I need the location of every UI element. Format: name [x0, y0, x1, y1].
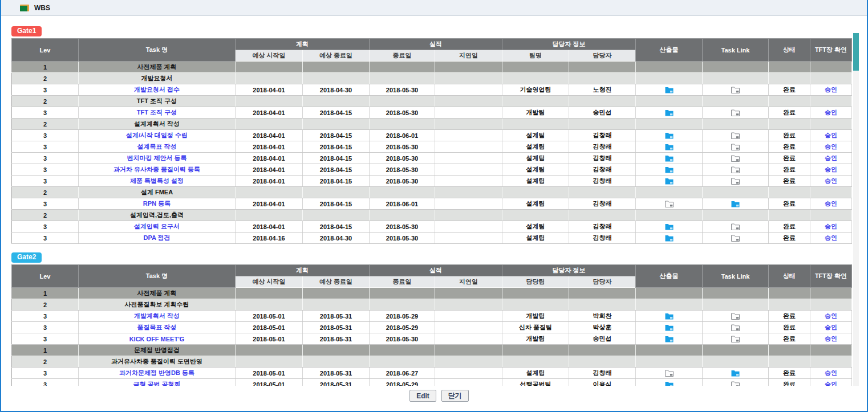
- approve-link[interactable]: 승인: [825, 312, 837, 319]
- approve-link[interactable]: 승인: [825, 381, 837, 386]
- approve-link[interactable]: 승인: [825, 143, 837, 150]
- lev-cell: 3: [12, 322, 79, 333]
- task-name-link[interactable]: 과거차문제점 반영DB 등록: [119, 369, 194, 376]
- deliverable-blue-folder-icon[interactable]: [665, 87, 674, 93]
- tft-confirm-cell: [810, 356, 852, 368]
- plan-end-cell: [303, 356, 370, 368]
- owner-cell: 송민섭: [569, 107, 636, 119]
- deliverable-blue-folder-icon[interactable]: [665, 313, 674, 320]
- deliverable-cell: [636, 176, 703, 187]
- plan-end-cell: 2018-05-31: [303, 333, 370, 345]
- task-link-gray-folder-icon[interactable]: [731, 87, 740, 93]
- approve-link[interactable]: 승인: [825, 324, 837, 331]
- approve-link[interactable]: 승인: [825, 109, 837, 116]
- task-name-link[interactable]: 개발요청서 접수: [134, 86, 180, 93]
- task-link-gray-folder-icon[interactable]: [731, 132, 740, 139]
- actual-end-cell: 2018-05-29: [370, 379, 435, 386]
- deliverable-blue-folder-icon[interactable]: [665, 178, 674, 185]
- approve-link[interactable]: 승인: [825, 223, 837, 230]
- task-name-link[interactable]: 설계/시작 대일정 수립: [126, 132, 188, 138]
- approve-link[interactable]: 승인: [825, 369, 837, 376]
- deliverable-gray-folder-icon[interactable]: [665, 201, 674, 207]
- approve-link[interactable]: 승인: [825, 86, 837, 93]
- task-row: 2설계입력,검토,출력: [12, 210, 852, 221]
- approve-link[interactable]: 승인: [825, 132, 837, 138]
- task-name-link[interactable]: 개발계획서 작성: [134, 312, 180, 319]
- task-link-gray-folder-icon[interactable]: [731, 336, 740, 342]
- deliverable-blue-folder-icon[interactable]: [665, 109, 674, 116]
- team-cell: [502, 356, 569, 368]
- gate-badge-gate2: Gate2: [11, 252, 42, 263]
- tft-confirm-cell: 승인: [810, 379, 852, 386]
- task-name-link[interactable]: RPN 등록: [143, 200, 171, 207]
- approve-link[interactable]: 승인: [825, 154, 837, 161]
- deliverable-blue-folder-icon[interactable]: [665, 235, 674, 242]
- deliverable-blue-folder-icon[interactable]: [665, 166, 674, 173]
- task-name-cell: 과거차문제점 반영DB 등록: [79, 368, 236, 379]
- task-name-cell: 과거차 유사차종 품질이력 등록: [79, 164, 236, 176]
- owner-cell: [569, 288, 636, 299]
- vertical-scrollbar[interactable]: [853, 33, 859, 386]
- task-link-gray-folder-icon[interactable]: [731, 223, 740, 230]
- deliverable-blue-folder-icon[interactable]: [665, 144, 674, 150]
- tft-confirm-cell: 승인: [810, 153, 852, 164]
- approve-link[interactable]: 승인: [825, 335, 837, 342]
- task-name-link[interactable]: 제품 특별특성 설정: [130, 177, 184, 184]
- task-name-cell: 개발요청서: [79, 73, 236, 84]
- task-name-link[interactable]: DPA 점검: [143, 234, 170, 241]
- task-name-link[interactable]: TFT 조직 구성: [137, 109, 177, 116]
- col-header-delay: 지연일: [435, 50, 502, 62]
- approve-link[interactable]: 승인: [825, 166, 837, 173]
- plan-end-cell: [303, 210, 370, 221]
- task-name-link[interactable]: 설계입력 요구서: [134, 223, 180, 230]
- deliverable-cell: [636, 119, 703, 130]
- task-name-link[interactable]: 벤치마킹 제안서 등록: [127, 154, 186, 161]
- task-link-blue-folder-icon[interactable]: [731, 370, 740, 377]
- scrollbar-thumb[interactable]: [853, 33, 859, 71]
- deliverable-blue-folder-icon[interactable]: [665, 132, 674, 139]
- task-link-blue-folder-icon[interactable]: [731, 201, 740, 207]
- owner-cell: 김창래: [569, 221, 636, 232]
- delay-cell: [435, 232, 502, 244]
- task-link-gray-folder-icon[interactable]: [731, 313, 740, 320]
- task-name-link[interactable]: 설계목표 작성: [137, 143, 176, 150]
- deliverable-cell: [636, 96, 703, 107]
- col-header-plan-end: 예상 종료일: [303, 50, 370, 62]
- task-link-gray-folder-icon[interactable]: [731, 235, 740, 242]
- task-name-cell: 제품 특별특성 설정: [79, 176, 236, 187]
- delay-cell: [435, 288, 502, 299]
- task-name-link[interactable]: 과거차 유사차종 품질이력 등록: [113, 166, 200, 173]
- actual-end-cell: 2018-05-29: [370, 311, 435, 322]
- approve-link[interactable]: 승인: [825, 234, 837, 241]
- task-link-gray-folder-icon[interactable]: [731, 109, 740, 116]
- task-link-gray-folder-icon[interactable]: [731, 324, 740, 331]
- deliverable-blue-folder-icon[interactable]: [665, 155, 674, 162]
- approve-link[interactable]: 승인: [825, 200, 837, 207]
- lev-cell: 2: [12, 96, 79, 107]
- team-cell: 설계팀: [502, 221, 569, 232]
- close-button[interactable]: 닫기: [441, 390, 469, 402]
- deliverable-blue-folder-icon[interactable]: [665, 324, 674, 331]
- task-link-gray-folder-icon[interactable]: [731, 381, 740, 386]
- deliverable-cell: [636, 153, 703, 164]
- task-link-gray-folder-icon[interactable]: [731, 155, 740, 162]
- wbs-table-gate2: LevTask 명계획실적담당자 정보산출물Task Link상태TFT장 확인…: [11, 264, 852, 386]
- task-name-link[interactable]: 품질목표 작성: [137, 324, 176, 331]
- approve-link[interactable]: 승인: [825, 177, 837, 184]
- task-link-gray-folder-icon[interactable]: [731, 166, 740, 173]
- tft-confirm-cell: 승인: [810, 311, 852, 322]
- edit-button[interactable]: Edit: [409, 390, 436, 402]
- task-link-gray-folder-icon[interactable]: [731, 178, 740, 185]
- deliverable-blue-folder-icon[interactable]: [665, 336, 674, 342]
- task-link-cell: [703, 232, 769, 244]
- task-name-link[interactable]: KICK OFF MEET'G: [129, 336, 185, 342]
- task-link-gray-folder-icon[interactable]: [731, 144, 740, 150]
- deliverable-gray-folder-icon[interactable]: [665, 370, 674, 377]
- deliverable-cell: [636, 333, 703, 345]
- task-name-cell: 사전제품 계획: [79, 62, 236, 73]
- deliverable-blue-folder-icon[interactable]: [665, 381, 674, 386]
- deliverable-blue-folder-icon[interactable]: [665, 223, 674, 230]
- tft-confirm-cell: 승인: [810, 322, 852, 333]
- plan-start-cell: [236, 96, 303, 107]
- task-name-link[interactable]: 금형 공법 공청회: [133, 381, 180, 386]
